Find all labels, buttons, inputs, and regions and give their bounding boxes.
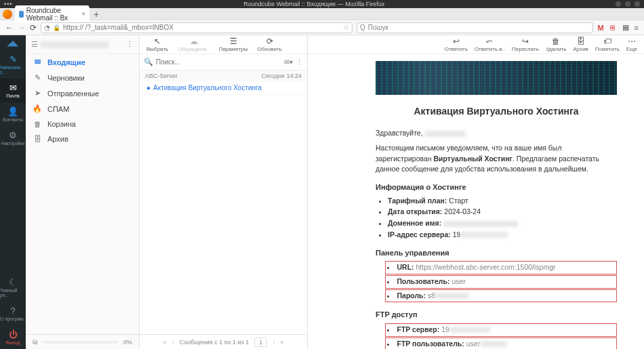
page-number[interactable]: 1 xyxy=(254,337,267,347)
ublock-icon[interactable]: ⛨ xyxy=(609,24,617,32)
settings-task[interactable]: ⚙Настройки xyxy=(0,126,26,150)
about-button[interactable]: ?О програм.. xyxy=(0,302,26,325)
power-icon: ⏻ xyxy=(9,329,18,340)
forward-button[interactable]: → xyxy=(18,23,26,33)
pager: « ‹ Сообщения с 1 по 1 из 1 1 › » xyxy=(140,334,307,349)
cursor-icon: ↖ xyxy=(154,37,161,46)
search-input[interactable] xyxy=(156,58,281,66)
ftp-heading: FTP доступ xyxy=(376,309,617,321)
message-row[interactable]: ●Активация Виртуального Хостинга xyxy=(140,81,307,95)
url-text: https:// /?_task=mail&_mbox=INBOX xyxy=(63,24,174,31)
refresh-button[interactable]: ⟳Обновить xyxy=(258,37,282,52)
intro-paragraph: Настоящим письмом уведомляем, что на ваш… xyxy=(376,143,617,175)
info-icon: ? xyxy=(10,306,15,316)
first-page-button[interactable]: « xyxy=(163,339,167,346)
folder-trash[interactable]: 🗑Корзина xyxy=(26,117,139,131)
dark-mode-toggle[interactable]: ☾Темный ре.. xyxy=(0,273,26,302)
greeting: Здравствуйте, xyxy=(376,128,617,139)
reply-button[interactable]: ↩Ответить xyxy=(445,37,468,52)
webmail-app: ◢◣ ✎Написать с.. ✉Почта 👤Контакты ⚙Настр… xyxy=(0,35,644,349)
archive-icon: 🗄 xyxy=(33,135,42,143)
browser-tab[interactable]: Roundcube Webmail :: Вх × xyxy=(15,5,89,23)
archive-button[interactable]: 🗄Архив xyxy=(573,37,588,52)
reply-all-button[interactable]: ⤺Ответить в.. xyxy=(475,37,505,52)
reader-toolbar: ↩Ответить ⤺Ответить в.. ↪Переслать 🗑Удал… xyxy=(308,35,644,54)
tag-icon: 🏷 xyxy=(603,37,611,46)
account-menu-icon[interactable]: ⋮ xyxy=(126,40,134,49)
mail-task[interactable]: ✉Почта xyxy=(0,79,26,102)
message-group-header: ABC-Server Сегодня 14:24 xyxy=(140,70,307,81)
close-icon[interactable]: × xyxy=(81,10,85,18)
back-button[interactable]: ← xyxy=(5,23,14,33)
list-toolbar: ↖Выбрать ☁Обсуждени.. ☰Параметры ⟳Обнови… xyxy=(140,35,307,54)
contacts-task[interactable]: 👤Контакты xyxy=(0,102,26,126)
folder-spam[interactable]: 🔥СПАМ xyxy=(26,101,139,117)
prev-page-button[interactable]: ‹ xyxy=(172,339,174,346)
folder-drafts[interactable]: ✎Черновики xyxy=(26,70,139,85)
gmail-icon[interactable]: M xyxy=(597,24,603,32)
archive-icon: 🗄 xyxy=(577,37,585,46)
folder-inbox[interactable]: ✉Входящие xyxy=(26,54,139,70)
hero-image xyxy=(376,61,617,95)
hamburger-icon[interactable]: ≡ xyxy=(635,24,639,32)
task-bar: ◢◣ ✎Написать с.. ✉Почта 👤Контакты ⚙Настр… xyxy=(0,35,26,349)
threads-button[interactable]: ☁Обсуждени.. xyxy=(178,37,209,52)
folder-sent[interactable]: ➤Отправленные xyxy=(26,85,139,101)
lock-icon: 🔒 xyxy=(53,24,60,31)
group-time: Сегодня 14:24 xyxy=(261,73,302,79)
new-tab-button[interactable]: + xyxy=(94,9,99,19)
panel-heading: Панель управления xyxy=(376,247,617,259)
ftp-credentials: FTP сервер: 19 FTP пользователь: user FT… xyxy=(385,323,617,349)
compose-icon: ✎ xyxy=(9,54,17,64)
user-icon: ☰ xyxy=(31,40,38,49)
folder-pane: ☰ ⋮ ✉Входящие ✎Черновики ➤Отправленные 🔥… xyxy=(26,35,140,349)
mail-title: Активация Виртуального Хостинга xyxy=(376,104,617,119)
account-name-redacted xyxy=(41,41,108,48)
reply-all-icon: ⤺ xyxy=(486,37,493,46)
trash-icon: 🗑 xyxy=(33,120,42,128)
bookmark-star-icon[interactable]: ☆ xyxy=(343,24,349,31)
group-sender: ABC-Server xyxy=(145,73,178,79)
window-controls[interactable] xyxy=(616,1,640,7)
reader-pane: ↩Ответить ⤺Ответить в.. ↪Переслать 🗑Удал… xyxy=(308,35,644,349)
search-scope-icon[interactable]: ✉▾ xyxy=(284,58,293,66)
search-placeholder: Пошук xyxy=(368,24,388,31)
address-input[interactable]: ◔ 🔒 https:// /?_task=mail&_mbox=INBOX ☆ xyxy=(41,22,353,33)
search-menu-icon[interactable]: ⋮ xyxy=(296,58,303,66)
sent-icon: ➤ xyxy=(33,89,42,98)
inbox-icon: ✉ xyxy=(33,58,42,66)
delete-button[interactable]: 🗑Удалить xyxy=(546,37,567,52)
forward-icon: ↪ xyxy=(522,37,529,46)
search-icon: 🔍 xyxy=(144,58,153,66)
app-logo: ◢◣ xyxy=(3,38,22,47)
extension-icons: M ⛨ ▦ ≡ xyxy=(597,23,639,32)
select-button[interactable]: ↖Выбрать xyxy=(146,37,168,52)
threads-icon: ☁ xyxy=(190,37,198,46)
forward-button[interactable]: ↪Переслать xyxy=(512,37,539,52)
folder-archive[interactable]: 🗄Архив xyxy=(26,131,139,146)
account-header: ☰ ⋮ xyxy=(26,35,139,54)
next-page-button[interactable]: › xyxy=(273,339,275,346)
mail-icon: ✉ xyxy=(9,83,17,93)
draft-icon: ✎ xyxy=(33,73,42,82)
logout-button[interactable]: ⏻Выход xyxy=(0,325,26,349)
menu-dots[interactable]: ••• xyxy=(4,1,12,7)
unread-dot-icon: ● xyxy=(146,84,150,91)
browser-chrome: Roundcube Webmail :: Вх × + ← → ⟳ ◔ 🔒 ht… xyxy=(0,8,644,35)
search-icon: Q xyxy=(360,24,365,31)
apps-icon[interactable]: ▦ xyxy=(622,23,629,32)
browser-search-input[interactable]: Q Пошук xyxy=(357,22,593,33)
mark-button[interactable]: 🏷Пометить xyxy=(595,37,620,52)
message-subject: Активация Виртуального Хостинга xyxy=(153,84,262,91)
quota-percent: 0% xyxy=(123,339,132,346)
last-page-button[interactable]: » xyxy=(280,339,283,346)
options-button[interactable]: ☰Параметры xyxy=(219,37,248,52)
hosting-info-heading: Информация о Хостинге xyxy=(376,182,617,193)
window-title: Roundcube Webmail :: Входящие — Mozilla … xyxy=(12,1,616,7)
quota-progress xyxy=(43,341,118,344)
tab-title: Roundcube Webmail :: Вх xyxy=(26,7,79,22)
more-button[interactable]: ⋯Еще xyxy=(626,37,637,52)
compose-button[interactable]: ✎Написать с.. xyxy=(0,50,26,79)
messages: ABC-Server Сегодня 14:24 ●Активация Вирт… xyxy=(140,70,307,334)
reload-button[interactable]: ⟳ xyxy=(30,23,37,33)
